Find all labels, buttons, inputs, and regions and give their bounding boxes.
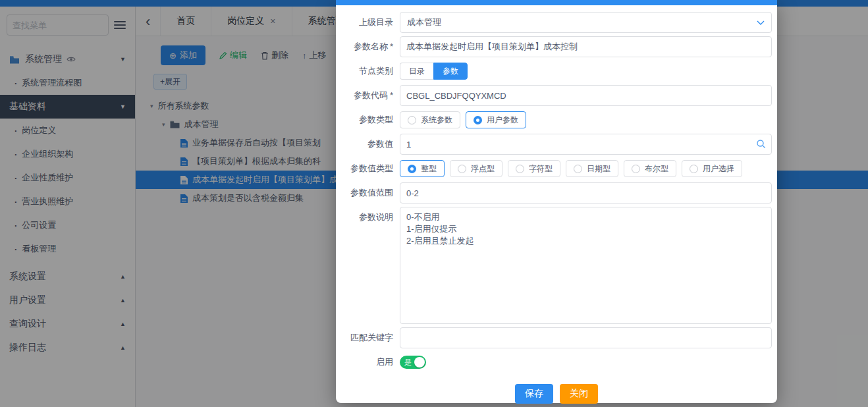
node-type-dir-button[interactable]: 目录 xyxy=(400,63,433,80)
radio-icon xyxy=(690,165,698,173)
param-name-input[interactable] xyxy=(400,36,772,57)
close-button[interactable]: 关闭 xyxy=(560,384,598,404)
toggle-on-label: 是 xyxy=(404,358,412,367)
dialog-footer: 保存 关闭 xyxy=(336,376,777,407)
radio-integer[interactable]: 整型 xyxy=(400,160,445,177)
field-label: 参数值类型 xyxy=(336,163,400,175)
dialog-header xyxy=(336,0,777,5)
field-label: 启用 xyxy=(336,356,400,368)
radio-icon xyxy=(458,165,466,173)
radio-icon xyxy=(574,165,582,173)
radio-float[interactable]: 浮点型 xyxy=(450,160,502,177)
dialog-body: 上级目录 成本管理 参数名称* 节点类别 目录 参数 xyxy=(336,5,777,376)
form-row-param-type: 参数类型 系统参数 用户参数 xyxy=(336,109,777,130)
radio-user-param[interactable]: 用户参数 xyxy=(466,111,526,128)
form-row-keyword: 匹配关键字 xyxy=(336,327,777,348)
select-value: 成本管理 xyxy=(407,16,441,28)
field-label: 匹配关键字 xyxy=(336,332,400,344)
param-type-group: 系统参数 用户参数 xyxy=(400,111,526,128)
field-label: 参数代码* xyxy=(336,90,400,101)
form-row-param-code: 参数代码* xyxy=(336,85,777,106)
field-label: 参数说明 xyxy=(336,207,400,223)
radio-checked-icon xyxy=(474,116,482,124)
param-value-input[interactable] xyxy=(400,134,772,155)
param-code-input[interactable] xyxy=(400,85,772,106)
field-label: 参数名称* xyxy=(336,41,400,53)
radio-icon xyxy=(408,116,416,124)
chevron-down-icon xyxy=(757,20,765,25)
radio-string[interactable]: 字符型 xyxy=(508,160,560,177)
required-mark: * xyxy=(390,90,393,100)
node-type-group: 目录 参数 xyxy=(400,63,468,80)
form-row-param-name: 参数名称* xyxy=(336,36,777,57)
radio-user-choice[interactable]: 用户选择 xyxy=(682,160,742,177)
field-label: 参数类型 xyxy=(336,114,400,126)
node-type-param-button[interactable]: 参数 xyxy=(433,63,468,80)
form-row-value-type: 参数值类型 整型 浮点型 字符型 xyxy=(336,158,777,179)
radio-checked-icon xyxy=(408,165,416,173)
radio-system-param[interactable]: 系统参数 xyxy=(400,111,460,128)
enable-toggle[interactable]: 是 xyxy=(400,356,426,369)
value-type-group: 整型 浮点型 字符型 日期型 xyxy=(400,160,742,177)
toggle-knob xyxy=(414,357,425,367)
required-mark: * xyxy=(390,41,393,51)
param-edit-dialog: 上级目录 成本管理 参数名称* 节点类别 目录 参数 xyxy=(336,0,777,403)
field-label: 参数值 xyxy=(336,138,400,150)
radio-boolean[interactable]: 布尔型 xyxy=(624,160,676,177)
form-row-parent-dir: 上级目录 成本管理 xyxy=(336,12,777,33)
param-description-textarea[interactable]: 0-不启用 1-启用仅提示 2-启用且禁止发起 xyxy=(400,207,772,324)
field-label: 上级目录 xyxy=(336,16,400,28)
field-label: 节点类别 xyxy=(336,65,400,77)
parent-dir-select[interactable]: 成本管理 xyxy=(400,12,772,33)
form-row-enabled: 启用 是 xyxy=(336,352,777,373)
save-button[interactable]: 保存 xyxy=(515,384,553,404)
search-icon[interactable] xyxy=(756,139,766,149)
form-row-node-type: 节点类别 目录 参数 xyxy=(336,61,777,82)
form-row-value-range: 参数值范围 xyxy=(336,182,777,204)
radio-icon xyxy=(516,165,524,173)
field-label: 参数值范围 xyxy=(336,187,400,199)
match-keyword-input[interactable] xyxy=(400,327,772,348)
form-row-description: 参数说明 0-不启用 1-启用仅提示 2-启用且禁止发起 xyxy=(336,207,777,324)
form-row-param-value: 参数值 xyxy=(336,134,777,155)
radio-date[interactable]: 日期型 xyxy=(566,160,618,177)
value-range-input[interactable] xyxy=(400,182,772,204)
radio-icon xyxy=(632,165,640,173)
